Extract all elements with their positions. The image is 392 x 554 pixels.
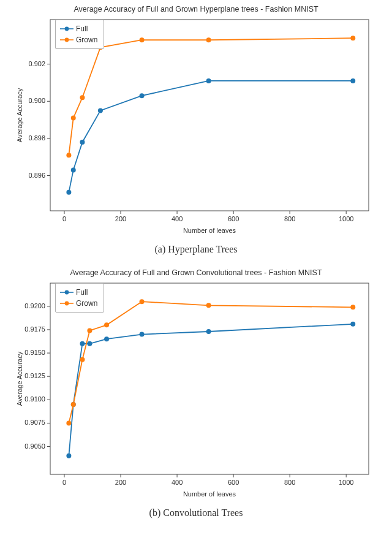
svg-point-39: [206, 37, 211, 42]
legend-a: Full Grown: [55, 20, 104, 49]
legend-label-full: Full: [76, 25, 88, 33]
svg-text:0.896: 0.896: [28, 172, 45, 179]
svg-text:0: 0: [62, 479, 66, 486]
svg-point-28: [71, 167, 76, 172]
svg-text:Number of leaves: Number of leaves: [183, 227, 236, 234]
hyperplane-chart: Average Accuracy of Full and Grown Hyper…: [12, 5, 380, 239]
legend-marker-grown: [60, 37, 74, 43]
svg-text:800: 800: [284, 479, 295, 486]
svg-point-82: [66, 420, 71, 425]
svg-text:1000: 1000: [339, 215, 353, 222]
svg-text:Average Accuracy: Average Accuracy: [16, 351, 23, 406]
svg-point-30: [98, 108, 103, 113]
svg-point-87: [140, 299, 145, 304]
svg-point-84: [80, 357, 85, 362]
svg-text:0.9175: 0.9175: [24, 325, 45, 333]
svg-point-42: [65, 290, 69, 295]
svg-text:600: 600: [228, 215, 239, 222]
legend-label-full-b: Full: [76, 288, 88, 297]
svg-point-38: [140, 37, 145, 42]
chart-title-a: Average Accuracy of Full and Grown Hyper…: [12, 5, 380, 13]
svg-text:1000: 1000: [339, 479, 353, 486]
svg-point-44: [65, 302, 69, 306]
svg-text:0.9150: 0.9150: [24, 349, 45, 356]
svg-text:200: 200: [115, 479, 126, 486]
legend-b: Full Grown: [55, 283, 104, 313]
legend-entry-grown-b: Grown: [60, 298, 97, 309]
svg-point-40: [350, 36, 355, 40]
hyperplane-svg: 020040060080010000.8960.8980.9000.902Num…: [12, 16, 380, 238]
svg-text:0.9050: 0.9050: [24, 442, 45, 450]
caption-a: (a) Hyperplane Trees: [154, 244, 237, 255]
convolutional-panel: Average Accuracy of Full and Grown Convo…: [0, 264, 392, 527]
svg-point-74: [66, 453, 71, 458]
svg-point-31: [140, 93, 145, 98]
svg-point-1: [65, 27, 69, 31]
svg-point-89: [350, 305, 355, 309]
svg-point-78: [104, 336, 109, 341]
svg-text:Average Accuracy: Average Accuracy: [16, 88, 23, 142]
svg-text:600: 600: [228, 479, 239, 486]
svg-text:400: 400: [172, 479, 183, 486]
legend-entry-grown: Grown: [60, 34, 97, 45]
svg-point-33: [350, 78, 355, 83]
legend-label-grown-b: Grown: [76, 299, 97, 308]
svg-text:0.902: 0.902: [28, 60, 45, 67]
svg-text:0.900: 0.900: [28, 97, 45, 104]
svg-point-80: [206, 329, 211, 334]
svg-text:0.9075: 0.9075: [24, 419, 45, 426]
svg-point-76: [80, 341, 85, 346]
svg-point-79: [140, 332, 145, 337]
svg-point-32: [206, 78, 211, 83]
hyperplane-panel: Average Accuracy of Full and Grown Hyper…: [0, 0, 392, 264]
convolutional-svg: 020040060080010000.90500.90750.91000.912…: [12, 279, 380, 501]
svg-point-34: [66, 153, 71, 157]
legend-entry-full-b: Full: [60, 287, 97, 298]
svg-point-3: [65, 38, 69, 42]
svg-text:0.898: 0.898: [28, 134, 45, 142]
svg-point-27: [66, 190, 71, 195]
svg-text:800: 800: [284, 215, 295, 222]
chart-title-b: Average Accuracy of Full and Grown Convo…: [12, 268, 380, 277]
svg-text:400: 400: [172, 215, 183, 222]
svg-point-35: [71, 116, 76, 121]
convolutional-chart: Average Accuracy of Full and Grown Convo…: [12, 268, 380, 503]
svg-text:0.9100: 0.9100: [24, 395, 45, 403]
legend-marker-full: [60, 26, 74, 32]
svg-point-83: [71, 402, 76, 407]
svg-point-81: [350, 322, 355, 327]
legend-entry-full: Full: [60, 23, 97, 34]
svg-point-85: [87, 328, 92, 333]
svg-point-86: [104, 322, 109, 327]
svg-point-88: [206, 303, 211, 308]
caption-b: (b) Convolutional Trees: [149, 507, 243, 518]
svg-text:200: 200: [115, 215, 126, 222]
svg-text:Number of leaves: Number of leaves: [183, 490, 236, 498]
svg-text:0.9125: 0.9125: [24, 372, 45, 379]
svg-point-29: [80, 140, 85, 145]
svg-text:0: 0: [62, 215, 66, 222]
svg-point-77: [87, 341, 92, 346]
svg-point-36: [80, 95, 85, 100]
legend-label-grown: Grown: [76, 36, 97, 44]
legend-marker-full-b: [60, 289, 74, 295]
svg-text:0.9200: 0.9200: [24, 302, 45, 309]
legend-marker-grown-b: [60, 300, 74, 306]
